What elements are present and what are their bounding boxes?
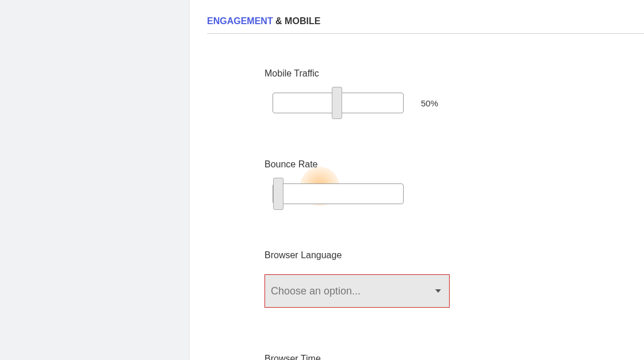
browser-language-select[interactable]: Choose an option... <box>264 274 450 308</box>
sidebar <box>0 0 190 360</box>
bounce-rate-slider-handle[interactable] <box>273 178 283 210</box>
section-header: ENGAGEMENT & MOBILE <box>207 16 644 34</box>
section-header-accent: ENGAGEMENT <box>207 16 273 26</box>
mobile-traffic-slider-container: 50% <box>264 93 578 113</box>
mobile-traffic-slider[interactable] <box>273 93 404 113</box>
mobile-traffic-value: 50% <box>421 98 438 108</box>
main-content: ENGAGEMENT & MOBILE Mobile Traffic 50% B… <box>190 0 644 360</box>
browser-language-field: Browser Language Choose an option... <box>264 250 578 308</box>
chevron-down-icon <box>435 288 441 294</box>
bounce-rate-field: Bounce Rate <box>264 159 578 204</box>
fields-grid: Mobile Traffic 50% Bounce Rate Browser L… <box>207 68 644 360</box>
bounce-rate-slider[interactable] <box>273 183 404 204</box>
mobile-traffic-slider-handle[interactable] <box>332 87 342 119</box>
browser-timezone-label: Browser Time <box>264 354 578 360</box>
bounce-rate-label: Bounce Rate <box>264 159 578 170</box>
section-header-rest: & MOBILE <box>273 16 321 26</box>
bounce-rate-slider-container <box>264 183 578 204</box>
mobile-traffic-label: Mobile Traffic <box>264 68 578 79</box>
browser-language-label: Browser Language <box>264 250 578 261</box>
mobile-traffic-field: Mobile Traffic 50% <box>264 68 578 113</box>
browser-timezone-field: Browser Time Choose an op <box>264 354 578 360</box>
browser-language-placeholder: Choose an option... <box>271 285 361 297</box>
